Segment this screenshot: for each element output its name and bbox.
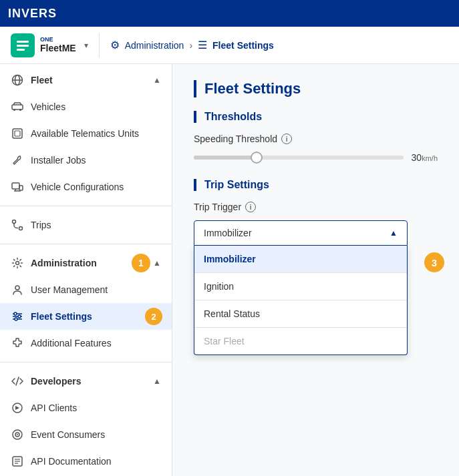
- installer-jobs-label: Installer Jobs: [31, 155, 161, 166]
- svg-point-22: [14, 312, 17, 315]
- svg-rect-0: [17, 41, 29, 43]
- sidebar-item-administration[interactable]: Administration 1 ▲: [0, 250, 172, 276]
- brand-name-wrap: ONE FleetME: [40, 37, 76, 53]
- svg-point-23: [18, 315, 21, 318]
- sidebar-item-api-clients[interactable]: API Clients: [0, 395, 172, 421]
- puzzle-icon: [11, 336, 24, 350]
- svg-rect-2: [17, 49, 25, 51]
- sidebar-item-trips[interactable]: Trips: [0, 212, 172, 238]
- developers-label: Developers: [31, 376, 146, 387]
- svg-line-25: [16, 377, 19, 385]
- badge-3: 3: [424, 252, 444, 272]
- dev-collapse-icon: ▲: [153, 377, 161, 386]
- sidebar-item-installer-jobs[interactable]: Installer Jobs: [0, 147, 172, 174]
- sidebar-item-api-documentation[interactable]: API Documentation: [0, 448, 172, 475]
- svg-point-16: [19, 227, 23, 230]
- slider-unit: km/h: [422, 154, 438, 162]
- svg-rect-12: [19, 186, 23, 190]
- breadcrumb-current-label[interactable]: Fleet Settings: [212, 40, 274, 51]
- badge-1: 1: [132, 254, 150, 272]
- sidebar-item-fleet-settings[interactable]: Fleet Settings 2: [0, 303, 172, 330]
- fleet-settings-breadcrumb-icon: ☰: [198, 39, 207, 51]
- breadcrumb: ⚙ Administration › ☰ Fleet Settings: [100, 39, 274, 51]
- fleet-label: Fleet: [31, 75, 146, 85]
- svg-rect-1: [17, 45, 29, 47]
- trip-trigger-label: Trip Trigger: [194, 202, 241, 212]
- admin-collapse-icon: ▲: [153, 258, 161, 268]
- trip-trigger-dropdown[interactable]: Immobilizer ▲ Immobilizer Ignition Renta…: [194, 220, 408, 246]
- dropdown-option-immobilizer[interactable]: Immobilizer: [194, 246, 407, 272]
- sliders-icon: [11, 310, 24, 323]
- svg-rect-11: [12, 183, 19, 189]
- svg-rect-6: [12, 105, 23, 109]
- thresholds-section-title: Thresholds: [204, 111, 262, 122]
- trips-label: Trips: [31, 220, 161, 230]
- svg-rect-10: [15, 131, 20, 136]
- vehicles-label: Vehicles: [31, 101, 161, 112]
- chevron-up-icon: ▲: [390, 228, 398, 238]
- api-clients-label: API Clients: [31, 403, 161, 413]
- dropdown-option-ignition[interactable]: Ignition: [194, 273, 407, 300]
- sidebar-item-additional-features[interactable]: Additional Features: [0, 330, 172, 356]
- speeding-threshold-label: Speeding Threshold: [194, 134, 277, 144]
- sim-icon: [11, 127, 24, 140]
- divider-2: [0, 244, 172, 244]
- trip-settings-title-bar: Trip Settings: [194, 179, 438, 191]
- brand-fleet-label: FleetME: [40, 43, 76, 53]
- slider-fill: [194, 156, 257, 160]
- divider-3: [0, 362, 172, 363]
- header: ONE FleetME ▾ ⚙ Administration › ☰ Fleet…: [0, 27, 459, 64]
- main-layout: Fleet ▲ Vehicles: [0, 64, 459, 476]
- slider-value: 30km/h: [412, 152, 438, 163]
- code-icon: [11, 375, 24, 388]
- svg-point-29: [17, 434, 18, 435]
- svg-point-17: [16, 262, 19, 265]
- badge-2: 2: [145, 308, 162, 325]
- breadcrumb-admin-label[interactable]: Administration: [125, 40, 184, 51]
- sidebar-item-event-consumers[interactable]: Event Consumers: [0, 421, 172, 448]
- fleet-collapse-icon: ▲: [153, 75, 161, 85]
- trip-trigger-info-icon[interactable]: i: [245, 202, 256, 212]
- administration-label: Administration: [31, 258, 146, 268]
- svg-point-18: [15, 286, 19, 290]
- sidebar-item-vehicle-configs[interactable]: Vehicle Configurations: [0, 174, 172, 200]
- brand-chevron-icon: ▾: [84, 41, 88, 50]
- user-icon: [11, 283, 24, 296]
- brand-section[interactable]: ONE FleetME ▾: [11, 33, 100, 57]
- svg-rect-9: [13, 129, 22, 138]
- devices-icon: [11, 180, 24, 194]
- fleet-section: Fleet ▲ Vehicles: [0, 64, 172, 203]
- api-documentation-label: API Documentation: [31, 456, 161, 467]
- top-bar: INVERS: [0, 0, 459, 27]
- globe-icon: [11, 73, 24, 87]
- vehicle-configs-label: Vehicle Configurations: [31, 182, 161, 192]
- slider-track[interactable]: [194, 156, 404, 160]
- speeding-threshold-info-icon[interactable]: i: [281, 134, 292, 144]
- breadcrumb-separator: ›: [189, 40, 192, 51]
- sidebar-item-user-management[interactable]: User Management: [0, 276, 172, 303]
- trip-trigger-field-label: Trip Trigger i: [194, 202, 438, 212]
- route-icon: [11, 218, 24, 232]
- slider-thumb[interactable]: [251, 152, 263, 164]
- sidebar-item-developers[interactable]: Developers ▲: [0, 368, 172, 395]
- thresholds-title-bar: Thresholds: [194, 111, 438, 123]
- svg-point-15: [13, 220, 16, 224]
- sidebar-item-vehicles[interactable]: Vehicles: [0, 93, 172, 120]
- dropdown-option-rental-status[interactable]: Rental Status: [194, 300, 407, 327]
- trip-settings-section-title: Trip Settings: [204, 179, 269, 190]
- sidebar-item-telematics[interactable]: Available Telematics Units: [0, 120, 172, 147]
- divider-1: [0, 206, 172, 206]
- sidebar: Fleet ▲ Vehicles: [0, 64, 172, 476]
- api-icon: [11, 401, 24, 415]
- book-icon: [11, 455, 24, 468]
- dropdown-option-star-fleet[interactable]: Star Fleet: [194, 328, 407, 354]
- svg-point-7: [13, 109, 15, 111]
- dropdown-menu: Immobilizer Ignition Rental Status Star …: [194, 246, 408, 355]
- sidebar-item-fleet[interactable]: Fleet ▲: [0, 67, 172, 93]
- page-title-bar: Fleet Settings: [194, 80, 438, 97]
- speeding-threshold-field: Speeding Threshold i: [194, 134, 438, 144]
- developers-section: Developers ▲ API Clients: [0, 365, 172, 476]
- admin-breadcrumb-icon: ⚙: [110, 39, 120, 51]
- dropdown-selected-value[interactable]: Immobilizer ▲: [194, 220, 408, 246]
- telematics-label: Available Telematics Units: [31, 128, 161, 139]
